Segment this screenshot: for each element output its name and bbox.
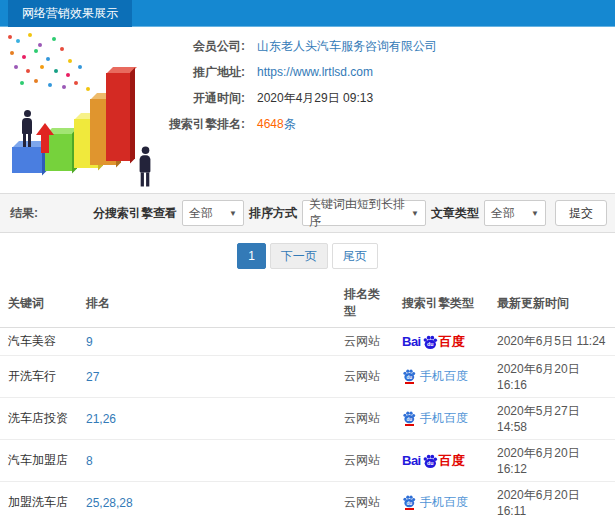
rank-type-cell: 云网站 xyxy=(336,440,394,482)
header-rank-type: 排名类型 xyxy=(336,279,394,328)
engine-filter-label: 分搜索引擎查看 xyxy=(93,205,177,222)
chevron-down-icon: ▼ xyxy=(411,209,419,218)
svg-text:du: du xyxy=(427,460,434,466)
next-page-button[interactable]: 下一页 xyxy=(270,243,328,269)
rank-link[interactable]: 9 xyxy=(78,328,336,356)
company-label: 会员公司: xyxy=(0,38,245,55)
sort-order-label: 排序方式 xyxy=(249,205,297,222)
illustration-bar-green xyxy=(45,134,72,171)
pagination: 1 下一页 尾页 xyxy=(0,233,615,279)
filter-bar: 结果: 分搜索引擎查看 全部 ▼ 排序方式 关键词由短到长排序 ▼ 文章类型 全… xyxy=(0,193,615,233)
red-underline-decoration xyxy=(405,424,414,426)
last-page-button[interactable]: 尾页 xyxy=(332,243,378,269)
table-row: 加盟洗车店 25,28,28 云网站 du 手机百度 2020年6月20日 16… xyxy=(0,482,615,520)
red-underline-decoration xyxy=(405,508,414,510)
article-type-select[interactable]: 全部 ▼ xyxy=(484,200,546,226)
mobile-baidu-text: 手机百度 xyxy=(420,368,468,385)
open-time-value: 2020年4月29日 09:13 xyxy=(257,90,373,107)
baidu-paw-icon: du xyxy=(402,368,416,384)
header-rank: 排名 xyxy=(78,279,336,328)
svg-text:du: du xyxy=(406,375,412,380)
info-row-company: 会员公司: 山东老人头汽车服务咨询有限公司 xyxy=(0,33,470,59)
svg-text:du: du xyxy=(406,417,412,422)
keyword-cell: 加盟洗车店 xyxy=(0,482,78,520)
header-tab[interactable]: 网络营销效果展示 xyxy=(8,0,132,27)
baidu-logo-bai-text: Bai xyxy=(402,335,421,349)
rank-type-cell: 云网站 xyxy=(336,482,394,520)
businessman-figure-right xyxy=(137,147,152,187)
keyword-ranking-table: 关键词 排名 排名类型 搜索引擎类型 最新更新时间 汽车美容 9 云网站 Bai… xyxy=(0,279,615,520)
engine-filter-value: 全部 xyxy=(189,205,213,222)
baidu-logo: Bai du 百度 xyxy=(402,453,465,469)
baidu-paw-icon: du xyxy=(402,410,416,426)
rank-type-cell: 云网站 xyxy=(336,356,394,398)
keyword-cell: 开洗车行 xyxy=(0,356,78,398)
baidu-paw-icon: du xyxy=(422,334,438,350)
rank-link[interactable]: 8 xyxy=(78,440,336,482)
engine-type-cell: Bai du 百度 xyxy=(394,440,489,482)
rank-type-cell: 云网站 xyxy=(336,328,394,356)
open-time-label: 开通时间: xyxy=(0,90,245,107)
table-row: 汽车美容 9 云网站 Bai du 百度 2020年6月5日 11:24 xyxy=(0,328,615,356)
keyword-cell: 汽车美容 xyxy=(0,328,78,356)
updated-time-cell: 2020年6月20日 16:16 xyxy=(489,356,615,398)
updated-time-cell: 2020年6月20日 16:11 xyxy=(489,482,615,520)
baidu-paw-icon: du xyxy=(402,494,416,510)
rank-link[interactable]: 21,26 xyxy=(78,398,336,440)
updated-time-cell: 2020年5月27日 14:58 xyxy=(489,398,615,440)
ranking-count-unit[interactable]: 条 xyxy=(284,116,296,133)
ranking-count-number[interactable]: 4648 xyxy=(257,117,284,131)
updated-time-cell: 2020年6月5日 11:24 xyxy=(489,328,615,356)
submit-button[interactable]: 提交 xyxy=(555,200,607,226)
mobile-baidu-logo: du 手机百度 xyxy=(402,410,468,427)
updated-time-cell: 2020年6月20日 16:12 xyxy=(489,440,615,482)
header-engine-type: 搜索引擎类型 xyxy=(394,279,489,328)
article-type-label: 文章类型 xyxy=(431,205,479,222)
illustration-bar-blue xyxy=(12,147,42,173)
info-row-url: 推广地址: https://www.lrtlsd.com xyxy=(0,59,470,85)
top-header-bar: 网络营销效果展示 xyxy=(0,0,615,27)
baidu-logo-cn-text: 百度 xyxy=(439,335,465,349)
baidu-logo-cn-text: 百度 xyxy=(439,454,465,468)
rank-link[interactable]: 25,28,28 xyxy=(78,482,336,520)
sort-order-select[interactable]: 关键词由短到长排序 ▼ xyxy=(302,200,426,226)
promotion-url-link[interactable]: https://www.lrtlsd.com xyxy=(257,65,373,79)
article-type-value: 全部 xyxy=(491,205,515,222)
company-info-panel: 会员公司: 山东老人头汽车服务咨询有限公司 推广地址: https://www.… xyxy=(0,33,470,137)
table-row: 汽车加盟店 8 云网站 Bai du 百度 2020年6月20日 16:12 xyxy=(0,440,615,482)
table-row: 洗车店投资 21,26 云网站 du 手机百度 2020年5月27日 14:58 xyxy=(0,398,615,440)
result-label: 结果: xyxy=(10,205,38,222)
chevron-down-icon: ▼ xyxy=(229,209,237,218)
sort-order-value: 关键词由短到长排序 xyxy=(309,196,406,230)
engine-type-cell: Bai du 百度 xyxy=(394,328,489,356)
engine-filter-select[interactable]: 全部 ▼ xyxy=(182,200,244,226)
red-underline-decoration xyxy=(405,382,414,384)
engine-type-cell: du 手机百度 xyxy=(394,356,489,398)
table-header: 关键词 排名 排名类型 搜索引擎类型 最新更新时间 xyxy=(0,279,615,328)
baidu-paw-icon: du xyxy=(422,453,438,469)
rank-type-cell: 云网站 xyxy=(336,398,394,440)
header-keyword: 关键词 xyxy=(0,279,78,328)
keyword-cell: 汽车加盟店 xyxy=(0,440,78,482)
page-1-button[interactable]: 1 xyxy=(237,243,266,269)
mobile-baidu-logo: du 手机百度 xyxy=(402,368,468,385)
engine-type-cell: du 手机百度 xyxy=(394,482,489,520)
info-row-open-time: 开通时间: 2020年4月29日 09:13 xyxy=(0,85,470,111)
mobile-baidu-text: 手机百度 xyxy=(420,410,468,427)
table-row: 开洗车行 27 云网站 du 手机百度 2020年6月20日 16:16 xyxy=(0,356,615,398)
company-name-link[interactable]: 山东老人头汽车服务咨询有限公司 xyxy=(257,38,437,55)
header-updated-time: 最新更新时间 xyxy=(489,279,615,328)
chevron-down-icon: ▼ xyxy=(531,209,539,218)
filter-controls: 分搜索引擎查看 全部 ▼ 排序方式 关键词由短到长排序 ▼ 文章类型 全部 ▼ … xyxy=(93,200,607,226)
info-section: 会员公司: 山东老人头汽车服务咨询有限公司 推广地址: https://www.… xyxy=(0,27,615,193)
mobile-baidu-logo: du 手机百度 xyxy=(402,494,468,511)
info-row-ranking-count: 搜索引擎排名: 4648 条 xyxy=(0,111,470,137)
baidu-logo: Bai du 百度 xyxy=(402,334,465,350)
keyword-cell: 洗车店投资 xyxy=(0,398,78,440)
engine-type-cell: du 手机百度 xyxy=(394,398,489,440)
mobile-baidu-text: 手机百度 xyxy=(420,494,468,511)
rank-link[interactable]: 27 xyxy=(78,356,336,398)
baidu-logo-bai-text: Bai xyxy=(402,454,421,468)
svg-text:du: du xyxy=(406,501,412,506)
ranking-count-label: 搜索引擎排名: xyxy=(0,116,245,133)
